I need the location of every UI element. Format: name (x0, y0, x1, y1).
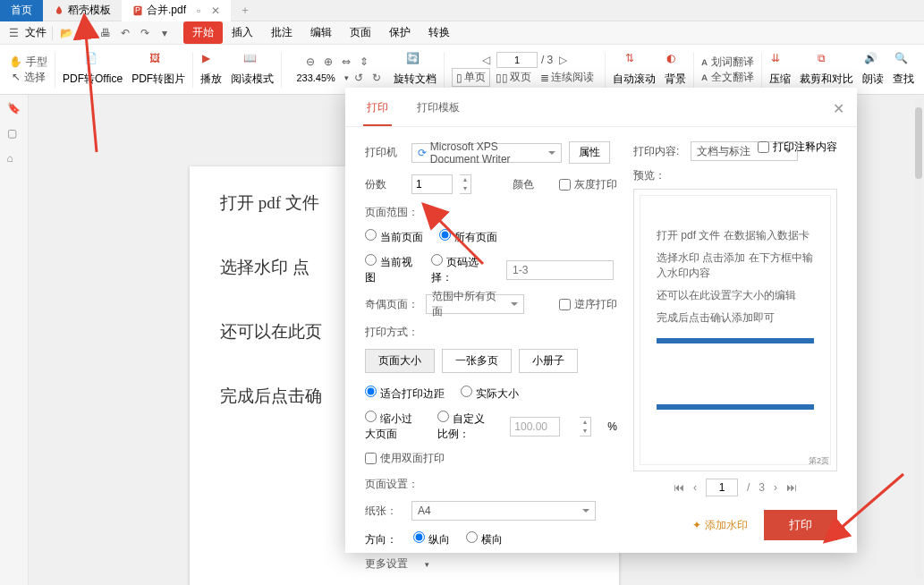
radio-custom-scale[interactable]: 自定义比例： (437, 411, 494, 442)
color-label: 颜色 (513, 177, 552, 192)
menu-tab-edit[interactable]: 编辑 (301, 21, 341, 44)
scrollbar[interactable] (915, 98, 922, 578)
chevron-down-icon: ▾ (425, 560, 429, 569)
hand-tool[interactable]: ✋手型 (9, 55, 47, 70)
print-button[interactable]: 打印 (764, 510, 837, 540)
menu-tab-protect[interactable]: 保护 (380, 21, 420, 44)
radio-current-view[interactable]: 当前视图 (365, 254, 415, 285)
fit-page-icon[interactable]: ⇕ (356, 54, 372, 70)
continuous-button[interactable]: ≣连续阅读 (537, 68, 598, 87)
copies-input[interactable] (411, 174, 453, 194)
read-aloud-button[interactable]: 🔊朗读 (859, 50, 887, 89)
zoom-input[interactable] (289, 72, 343, 83)
print-mode-title: 打印方式： (365, 325, 617, 340)
menu-icon[interactable]: ☰ (5, 25, 21, 41)
pdf-to-office-button[interactable]: 📄PDF转Office (59, 50, 126, 89)
dialog-tab-print[interactable]: 打印 (363, 100, 392, 126)
compress-button[interactable]: ⇊压缩 (766, 50, 794, 89)
properties-button[interactable]: 属性 (569, 141, 610, 164)
scroll-thumb[interactable] (915, 107, 922, 179)
copies-spinner[interactable]: ▴▾ (460, 174, 471, 194)
open-icon[interactable]: 📂 (58, 25, 74, 41)
add-watermark-link[interactable]: ✦添加水印 (692, 518, 748, 533)
pager-input[interactable] (706, 479, 738, 496)
zoom-in-icon[interactable]: ⊕ (320, 54, 336, 70)
double-page-button[interactable]: ▯▯双页 (492, 68, 535, 87)
add-tab-button[interactable]: ＋ (231, 3, 259, 18)
prev-page-icon[interactable]: ‹ (693, 481, 697, 494)
menu-tab-annotate[interactable]: 批注 (262, 21, 301, 44)
print-comments-checkbox[interactable]: 打印注释内容 (758, 140, 837, 155)
scale-spinner[interactable]: ▴▾ (580, 417, 591, 437)
more-settings-toggle[interactable]: 更多设置 ▾ (365, 556, 617, 572)
mode-multi-page[interactable]: 一张多页 (442, 349, 512, 373)
preview-page-number: 第2页 (809, 455, 829, 467)
preview-text: 打开 pdf 文件 在数据输入数据卡 (657, 228, 814, 243)
undo-icon[interactable]: ↶ (117, 25, 133, 41)
select-tool[interactable]: ↖选择 (12, 70, 46, 85)
file-menu[interactable]: 文件 (25, 25, 47, 40)
close-icon[interactable]: ✕ (833, 100, 844, 117)
rotate-right-icon[interactable]: ↻ (369, 70, 385, 86)
full-translate-button[interactable]: ᴀ全文翻译 (701, 70, 754, 85)
tab-document[interactable]: P 合并.pdf ▫ ✕ (122, 0, 231, 21)
first-page-icon[interactable]: ⏮ (674, 481, 684, 494)
pdf-to-image-button[interactable]: 🖼PDF转图片 (128, 50, 189, 89)
radio-landscape[interactable]: 横向 (466, 531, 503, 547)
radio-portrait[interactable]: 纵向 (413, 531, 450, 547)
zoom-out-icon[interactable]: ⊖ (302, 54, 318, 70)
last-page-icon[interactable]: ⏭ (786, 481, 797, 494)
menu-tab-start[interactable]: 开始 (183, 21, 223, 44)
radio-actual-size[interactable]: 实际大小 (461, 386, 519, 402)
rotate-left-icon[interactable]: ↺ (351, 70, 367, 86)
next-page-icon[interactable]: ▷ (555, 52, 571, 68)
redo-icon[interactable]: ↷ (137, 25, 153, 41)
autoscroll-button[interactable]: ⇅自动滚动 (609, 50, 659, 89)
dialog-tab-template[interactable]: 打印模板 (413, 100, 463, 126)
find-button[interactable]: 🔍查找 (889, 50, 918, 89)
bookmark-icon[interactable]: 🔖 (7, 102, 21, 116)
zoom-dropdown-icon[interactable]: ▾ (344, 73, 349, 82)
close-icon[interactable]: ✕ (211, 4, 220, 17)
prev-page-icon[interactable]: ◁ (479, 52, 495, 68)
single-page-button[interactable]: ▯单页 (452, 68, 490, 87)
menu-tab-convert[interactable]: 转换 (420, 21, 459, 44)
dropdown-icon[interactable]: ▾ (157, 25, 173, 41)
page-range-input[interactable] (506, 260, 614, 280)
grayscale-checkbox[interactable]: 灰度打印 (559, 177, 617, 192)
duplex-checkbox[interactable]: 使用双面打印 (365, 451, 445, 466)
play-button[interactable]: ▶播放 (197, 50, 225, 89)
tab-template[interactable]: 稻壳模板 (43, 0, 122, 21)
next-page-icon[interactable]: › (774, 481, 777, 494)
word-translate-button[interactable]: ᴀ划词翻译 (701, 55, 754, 70)
reverse-checkbox[interactable]: 逆序打印 (559, 297, 617, 312)
radio-all-pages[interactable]: 所有页面 (439, 229, 497, 245)
copies-label: 份数 (365, 177, 404, 192)
crop-button[interactable]: ⧉裁剪和对比 (796, 50, 857, 89)
radio-fit-margin[interactable]: 适合打印边距 (365, 386, 445, 402)
printer-select[interactable]: ⟳ Microsoft XPS Document Writer (411, 143, 562, 163)
menu-tab-insert[interactable]: 插入 (223, 21, 262, 44)
radio-shrink-large[interactable]: 缩小过大页面 (365, 411, 421, 442)
read-mode-button[interactable]: 📖阅读模式 (227, 50, 277, 89)
paper-select[interactable]: A4 (411, 501, 596, 521)
scale-input[interactable] (510, 417, 560, 437)
print-icon[interactable]: 🖶 (97, 25, 114, 41)
thumbnail-icon[interactable]: ▢ (7, 127, 21, 141)
tab-home[interactable]: 首页 (0, 0, 43, 21)
save-icon[interactable]: 🖨 (78, 25, 94, 41)
mode-booklet[interactable]: 小册子 (519, 349, 578, 373)
radio-page-select[interactable]: 页码选择： (431, 254, 490, 285)
outline-icon[interactable]: ⌂ (7, 152, 21, 166)
separator (52, 26, 53, 40)
odd-even-select[interactable]: 范围中所有页面 (426, 294, 524, 314)
background-button[interactable]: ◐背景 (661, 50, 690, 89)
tab-menu-icon[interactable]: ▫ (197, 4, 200, 17)
mode-fit-size[interactable]: 页面大小 (365, 349, 435, 373)
fit-width-icon[interactable]: ⇔ (338, 54, 354, 70)
radio-current-page[interactable]: 当前页面 (365, 229, 423, 245)
page-input[interactable] (496, 52, 538, 68)
rotate-doc-button[interactable]: 🔄旋转文档 (390, 50, 440, 89)
pdf-icon: P (132, 5, 143, 16)
menu-tab-page[interactable]: 页面 (341, 21, 380, 44)
